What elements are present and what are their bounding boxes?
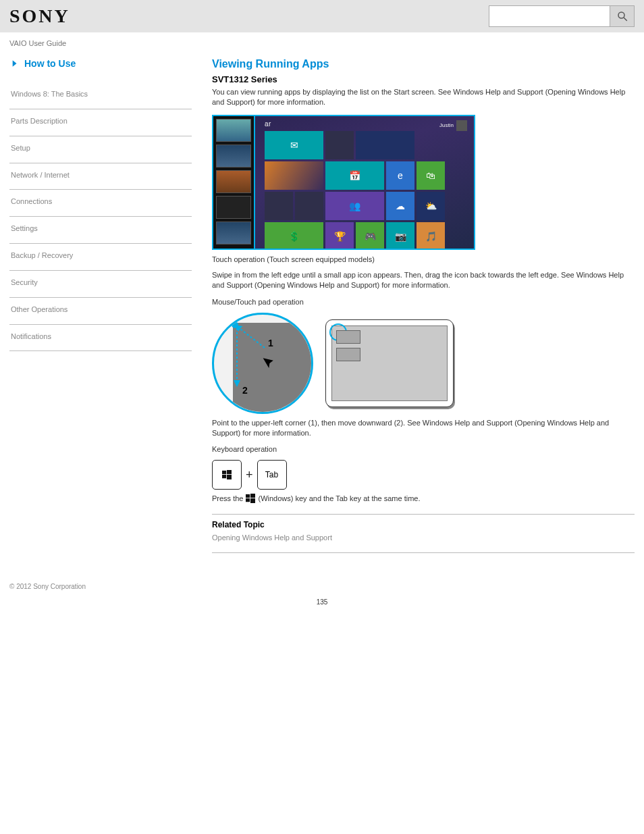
start-tile: ☁ — [386, 192, 414, 220]
callout-number-2: 2 — [242, 385, 248, 396]
keyboard-hint: Press the (Windows) key and the Tab key … — [212, 494, 635, 503]
start-tile: 📅 — [325, 161, 384, 190]
search-input[interactable] — [489, 5, 610, 27]
start-tiles: ✉📅e🛍👥☁⛅💲🏆🎮📷🎵▶☀ — [265, 131, 467, 242]
page-number: 135 — [0, 594, 644, 615]
zoom-corner-circle: 1 2 — [212, 313, 313, 414]
svg-rect-9 — [250, 498, 255, 503]
start-user: Justin — [439, 120, 467, 131]
sidebar-item-other-operations[interactable]: Other Operations — [9, 298, 192, 325]
start-tile: ⛅ — [417, 192, 445, 220]
start-tile: 🏆 — [325, 222, 354, 250]
related-topic-link[interactable]: Opening Windows Help and Support — [212, 533, 635, 542]
start-tile: 🛍 — [417, 161, 445, 190]
start-user-name: Justin — [439, 122, 454, 128]
search-wrap — [489, 5, 635, 27]
start-screen-figure: ar Justin ✉📅e🛍👥☁⛅💲🏆🎮📷🎵▶☀ — [212, 115, 475, 250]
page-title: Viewing Running Apps — [212, 58, 635, 70]
keyboard-hint-a: Press the — [212, 494, 243, 502]
sidebar-item-security[interactable]: Security — [9, 271, 192, 298]
sidebar-item-windows8-basics[interactable]: Windows 8: The Basics — [9, 82, 192, 109]
start-tile — [325, 131, 354, 159]
svg-point-0 — [618, 12, 624, 18]
svg-rect-5 — [227, 475, 232, 479]
divider — [212, 552, 635, 553]
chevron-right-icon — [9, 59, 19, 68]
windows-logo-icon — [222, 470, 232, 479]
sidebar-item-parts-description[interactable]: Parts Description — [9, 109, 192, 136]
sidebar-item-notifications[interactable]: Notifications — [9, 325, 192, 352]
svg-rect-7 — [250, 494, 255, 498]
sidebar: How to Use Windows 8: The Basics Parts D… — [9, 58, 192, 558]
recent-app-thumb — [216, 196, 251, 219]
main-content: Viewing Running Apps SVT1312 Series You … — [212, 58, 635, 558]
start-tile: 🎵 — [417, 222, 445, 250]
search-button[interactable] — [610, 5, 635, 27]
sidebar-title: How to Use — [9, 58, 192, 69]
keyboard-hint-b: (Windows) key and the Tab key at the sam… — [258, 494, 420, 502]
touch-operation-body: Swipe in from the left edge until a smal… — [212, 270, 635, 291]
intro-paragraph: You can view running apps by displaying … — [212, 87, 635, 108]
recent-app-thumb — [216, 221, 251, 244]
app-thumb — [336, 330, 360, 344]
start-label: ar — [265, 120, 271, 128]
callout-number-1: 1 — [268, 338, 273, 348]
mouse-operation-body: Point to the upper-left corner (1), then… — [212, 418, 635, 439]
start-tile: 📷 — [386, 222, 414, 250]
breadcrumb: VAIO User Guide — [0, 32, 644, 51]
recent-app-thumb — [216, 145, 251, 167]
windows-logo-icon — [246, 494, 255, 503]
plus-icon: + — [246, 468, 253, 482]
start-tile: 💲 — [265, 222, 323, 250]
svg-rect-6 — [246, 494, 250, 498]
start-tile — [356, 131, 414, 159]
divider — [212, 514, 635, 515]
svg-rect-4 — [222, 475, 226, 478]
series-subtitle: SVT1312 Series — [212, 74, 635, 84]
arrow-2-icon — [233, 327, 246, 388]
header-bar: SONY — [0, 0, 644, 32]
svg-rect-3 — [227, 470, 232, 474]
sidebar-item-backup-recovery[interactable]: Backup / Recovery — [9, 244, 192, 271]
keyboard-operation-heading: Keyboard operation — [212, 445, 635, 453]
mouse-operation-heading: Mouse/Touch pad operation — [212, 298, 635, 306]
windows-key — [212, 460, 242, 490]
avatar — [456, 120, 467, 131]
sidebar-item-settings[interactable]: Settings — [9, 217, 192, 244]
touch-operation-heading: Touch operation (Touch screen equipped m… — [212, 255, 635, 263]
recent-app-thumb — [216, 119, 251, 142]
tab-key: Tab — [257, 460, 287, 490]
tablet-diagram — [325, 319, 454, 407]
sony-logo: SONY — [9, 5, 70, 27]
start-tile: 👥 — [325, 192, 384, 220]
start-tile: ✉ — [265, 131, 323, 159]
start-tile: 🎮 — [356, 222, 384, 250]
related-topic-heading: Related Topic — [212, 520, 635, 529]
svg-rect-8 — [246, 498, 250, 502]
svg-line-1 — [624, 18, 627, 21]
recent-apps-strip — [212, 116, 255, 249]
sidebar-title-label: How to Use — [24, 58, 76, 69]
start-tile — [295, 192, 323, 220]
recent-app-thumb — [216, 170, 251, 193]
app-thumb — [336, 348, 360, 361]
mouse-operation-figure: 1 2 — [212, 313, 635, 414]
copyright: © 2012 Sony Corporation — [0, 579, 644, 594]
start-tile — [265, 161, 323, 190]
keyboard-shortcut-figure: + Tab — [212, 460, 635, 490]
sidebar-item-setup[interactable]: Setup — [9, 136, 192, 163]
svg-rect-2 — [222, 471, 226, 474]
sidebar-item-connections[interactable]: Connections — [9, 190, 192, 217]
start-tile — [265, 192, 293, 220]
search-icon — [616, 10, 628, 22]
sidebar-item-network-internet[interactable]: Network / Internet — [9, 163, 192, 190]
start-tile: e — [386, 161, 414, 190]
